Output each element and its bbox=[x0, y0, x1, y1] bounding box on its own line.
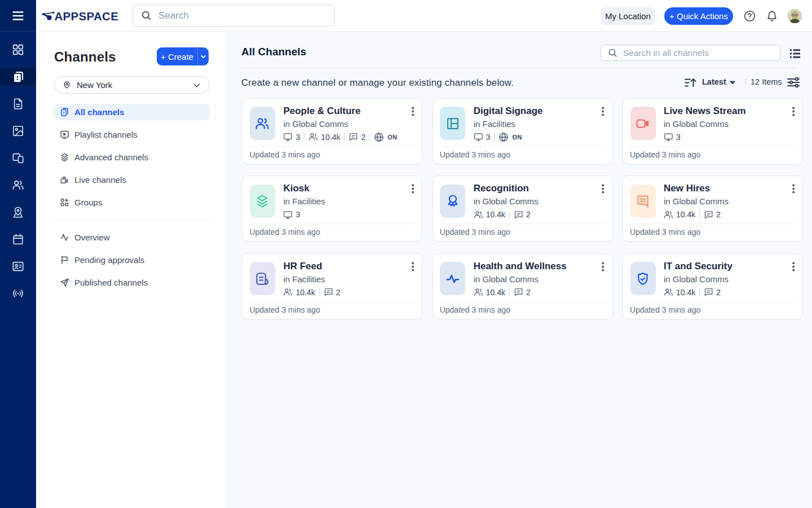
svg-text:APPSPACE: APPSPACE bbox=[55, 10, 119, 23]
